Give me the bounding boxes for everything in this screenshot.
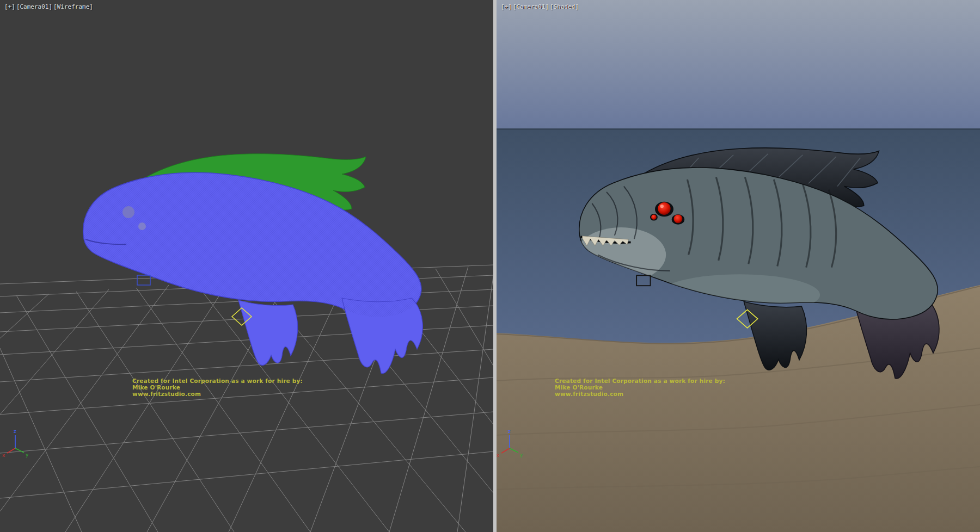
credit-line-3: www.fritzstudio.com	[132, 391, 303, 397]
credit-line-1: Created for Intel Corporation as a work …	[132, 378, 303, 384]
axis-z-label: z	[14, 429, 16, 434]
axis-y-label: y	[26, 452, 29, 457]
shaded-scene-canvas[interactable]: z x y	[497, 0, 980, 532]
viewport-menu-button[interactable]: [+]	[501, 3, 512, 10]
eye-spot-large	[122, 206, 134, 218]
sky-background	[497, 0, 980, 131]
credit-text-wireframe: Created for Intel Corporation as a work …	[132, 378, 303, 397]
eye-spot-small	[138, 222, 146, 230]
fish-model-wireframe[interactable]	[83, 154, 423, 374]
horizon-line	[497, 128, 980, 130]
axis-z-label: z	[508, 429, 511, 434]
wireframe-scene-canvas[interactable]: z x y	[0, 0, 493, 532]
viewport-wireframe[interactable]: [+] [Camera01] [Wireframe]	[0, 0, 493, 532]
eye-third	[651, 214, 657, 219]
viewport-shaded[interactable]: [+] [Camera01] [Shaded]	[497, 0, 980, 532]
wire-texture-overlay	[83, 172, 421, 317]
anal-fin-wireframe[interactable]	[238, 300, 298, 366]
credit-line-2: Mike O'Rourke	[132, 384, 303, 391]
credit-line-1: Created for Intel Corporation as a work …	[555, 378, 725, 384]
axis-x-label: x	[2, 453, 5, 458]
viewport-menu-button[interactable]: [+]	[4, 3, 15, 10]
camera-menu-button[interactable]: [Camera01]	[513, 3, 549, 10]
viewport-split-layout: [+] [Camera01] [Wireframe]	[0, 0, 980, 532]
viewport-label-left: [+] [Camera01] [Wireframe]	[4, 3, 93, 10]
credit-line-2: Mike O'Rourke	[555, 384, 725, 391]
world-axis-tripod: z x y	[2, 429, 29, 458]
eye-main-gloss	[660, 205, 664, 208]
camera-menu-button[interactable]: [Camera01]	[16, 3, 52, 10]
credit-text-shaded: Created for Intel Corporation as a work …	[555, 378, 725, 397]
credit-line-3: www.fritzstudio.com	[555, 391, 725, 397]
eye-second	[673, 214, 682, 223]
axis-x-label: x	[497, 453, 500, 458]
viewport-label-right: [+] [Camera01] [Shaded]	[501, 3, 579, 10]
eye-main	[658, 202, 670, 215]
shading-menu-button[interactable]: [Wireframe]	[53, 3, 93, 10]
box-helper[interactable]	[137, 275, 150, 285]
shading-menu-button[interactable]: [Shaded]	[550, 3, 579, 10]
axis-y-label: y	[520, 452, 523, 457]
